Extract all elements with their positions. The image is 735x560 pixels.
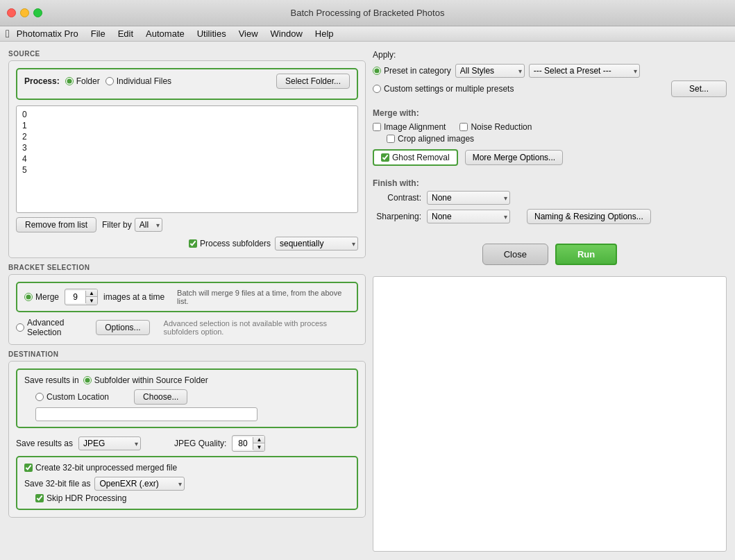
menubar-view[interactable]: View bbox=[233, 27, 264, 40]
controls-row: Remove from list Filter by All bbox=[16, 217, 358, 232]
advanced-radio-input[interactable] bbox=[16, 323, 24, 332]
merge-radio[interactable]: Merge bbox=[24, 292, 59, 302]
skip-hdr-input[interactable] bbox=[35, 494, 44, 502]
ghost-removal-input[interactable] bbox=[381, 153, 389, 162]
set-button[interactable]: Set... bbox=[671, 80, 727, 97]
apply-label: Apply: bbox=[373, 50, 727, 60]
merge-radio-input[interactable] bbox=[24, 293, 33, 301]
category-select[interactable]: All Styles bbox=[455, 64, 525, 78]
folder-radio-input[interactable] bbox=[65, 77, 74, 85]
jpeg-stepper-down[interactable]: ▼ bbox=[253, 443, 264, 451]
save-32bit-row: Save 32-bit file as OpenEXR (.exr) bbox=[24, 477, 350, 491]
jpeg-quality-stepper[interactable]: ▲ ▼ bbox=[232, 435, 265, 452]
list-item: 1 bbox=[19, 120, 355, 131]
save-32bit-select[interactable]: OpenEXR (.exr) bbox=[94, 477, 185, 491]
filter-row: Filter by All bbox=[102, 218, 162, 232]
advanced-row: Advanced Selection Options... Advanced s… bbox=[16, 318, 358, 337]
close-traffic-light[interactable] bbox=[7, 8, 16, 17]
close-button[interactable]: Close bbox=[482, 244, 548, 265]
merge-value-input[interactable] bbox=[65, 291, 86, 303]
subfolder-radio-input[interactable] bbox=[83, 376, 92, 384]
menubar-app[interactable]: Photomatix Pro bbox=[11, 27, 84, 40]
run-button[interactable]: Run bbox=[555, 244, 617, 265]
naming-resizing-button[interactable]: Naming & Resizing Options... bbox=[527, 209, 651, 224]
more-merge-options-button[interactable]: More Merge Options... bbox=[465, 150, 563, 165]
apple-logo-icon[interactable]:  bbox=[6, 28, 10, 40]
list-item: 4 bbox=[19, 153, 355, 164]
jpeg-quality-label: JPEG Quality: bbox=[174, 439, 226, 448]
zoom-traffic-light[interactable] bbox=[33, 8, 42, 17]
location-path-field[interactable] bbox=[35, 407, 257, 421]
custom-radio-input[interactable] bbox=[35, 393, 44, 401]
ghost-row: Ghost Removal More Merge Options... bbox=[373, 149, 727, 166]
skip-row: Skip HDR Processing bbox=[35, 493, 350, 503]
ghost-removal-button[interactable]: Ghost Removal bbox=[373, 149, 458, 166]
window-title: Batch Processing of Bracketed Photos bbox=[291, 8, 445, 18]
stepper-up-button[interactable]: ▲ bbox=[86, 289, 97, 297]
preset-category-radio[interactable]: Preset in category bbox=[373, 66, 451, 76]
subfolders-row: Process subfolders sequentially bbox=[16, 237, 358, 251]
jpeg-quality-input[interactable] bbox=[233, 437, 253, 450]
create-32bit-checkbox[interactable]: Create 32-bit unprocessed merged file bbox=[24, 463, 177, 473]
sharpening-select[interactable]: None bbox=[427, 210, 510, 223]
noise-reduction-input[interactable] bbox=[459, 123, 468, 131]
filter-select[interactable]: All bbox=[135, 218, 162, 232]
stepper-down-button[interactable]: ▼ bbox=[86, 297, 97, 305]
file-list[interactable]: 0 1 2 3 4 5 bbox=[16, 105, 358, 213]
image-alignment-checkbox[interactable]: Image Alignment bbox=[373, 122, 446, 132]
apply-section: Apply: Preset in category All Styles ---… bbox=[373, 50, 727, 97]
preset-radio-input[interactable] bbox=[373, 67, 381, 75]
subfolder-radio[interactable]: Subfolder within Source Folder bbox=[83, 375, 208, 385]
save-32bit-select-wrapper: OpenEXR (.exr) bbox=[94, 477, 185, 491]
create-32bit-row: Create 32-bit unprocessed merged file bbox=[24, 463, 350, 473]
preset-select[interactable]: --- Select a Preset --- bbox=[529, 64, 640, 78]
custom-location-label: Custom Location bbox=[47, 392, 109, 402]
select-folder-button[interactable]: Select Folder... bbox=[276, 74, 350, 89]
individual-radio-input[interactable] bbox=[105, 77, 114, 85]
noise-reduction-checkbox[interactable]: Noise Reduction bbox=[459, 122, 532, 132]
images-at-time-label: images at a time bbox=[103, 292, 164, 302]
jpeg-stepper-up[interactable]: ▲ bbox=[253, 436, 264, 443]
menubar-automate[interactable]: Automate bbox=[140, 27, 190, 40]
process-row-box: Process: Folder Individual Files Select … bbox=[16, 68, 358, 100]
custom-location-radio[interactable]: Custom Location bbox=[35, 392, 109, 402]
process-subfolders-checkbox[interactable]: Process subfolders bbox=[189, 239, 271, 248]
merge-with-label: Merge with: bbox=[373, 108, 727, 118]
contrast-select-wrapper: None bbox=[427, 191, 510, 205]
custom-settings-radio[interactable]: Custom settings or multiple presets bbox=[373, 84, 514, 94]
contrast-select[interactable]: None bbox=[427, 191, 510, 205]
image-alignment-input[interactable] bbox=[373, 123, 381, 131]
custom-location-row: Custom Location Choose... bbox=[35, 389, 350, 405]
advanced-radio[interactable]: Advanced Selection bbox=[16, 318, 89, 337]
menubar-help[interactable]: Help bbox=[310, 27, 339, 40]
subfolders-select[interactable]: sequentially bbox=[275, 237, 358, 251]
source-label: SOURCE bbox=[8, 50, 366, 58]
source-box: Process: Folder Individual Files Select … bbox=[8, 60, 366, 258]
menubar-utilities[interactable]: Utilities bbox=[192, 27, 232, 40]
destination-label: DESTINATION bbox=[8, 350, 366, 358]
merge-number-stepper[interactable]: ▲ ▼ bbox=[65, 289, 98, 305]
sharpening-select-wrapper: None bbox=[427, 210, 510, 223]
individual-files-radio[interactable]: Individual Files bbox=[105, 76, 171, 86]
folder-radio[interactable]: Folder bbox=[65, 76, 100, 86]
batch-note: Batch will merge 9 files at a time, from… bbox=[177, 289, 350, 305]
save-results-label: Save results in bbox=[24, 375, 79, 385]
list-item: 3 bbox=[19, 142, 355, 153]
action-row: Close Run bbox=[373, 244, 727, 265]
crop-aligned-checkbox[interactable]: Crop aligned images bbox=[387, 134, 727, 144]
save-as-select[interactable]: JPEG bbox=[78, 436, 141, 450]
create-32bit-input[interactable] bbox=[24, 464, 33, 472]
minimize-traffic-light[interactable] bbox=[20, 8, 29, 17]
subfolders-checkbox-input[interactable] bbox=[189, 239, 197, 248]
menubar-file[interactable]: File bbox=[85, 27, 111, 40]
menubar-window[interactable]: Window bbox=[265, 27, 308, 40]
menubar-edit[interactable]: Edit bbox=[112, 27, 139, 40]
options-button[interactable]: Options... bbox=[96, 320, 149, 335]
crop-aligned-input[interactable] bbox=[387, 135, 395, 143]
bracket-merge-row: Merge ▲ ▼ images at a time Batch will me… bbox=[24, 289, 350, 305]
choose-button[interactable]: Choose... bbox=[134, 389, 187, 405]
preset-select-wrapper: --- Select a Preset --- bbox=[529, 64, 640, 78]
remove-from-list-button[interactable]: Remove from list bbox=[16, 217, 96, 232]
custom-settings-radio-input[interactable] bbox=[373, 85, 381, 93]
skip-hdr-checkbox[interactable]: Skip HDR Processing bbox=[35, 493, 126, 503]
